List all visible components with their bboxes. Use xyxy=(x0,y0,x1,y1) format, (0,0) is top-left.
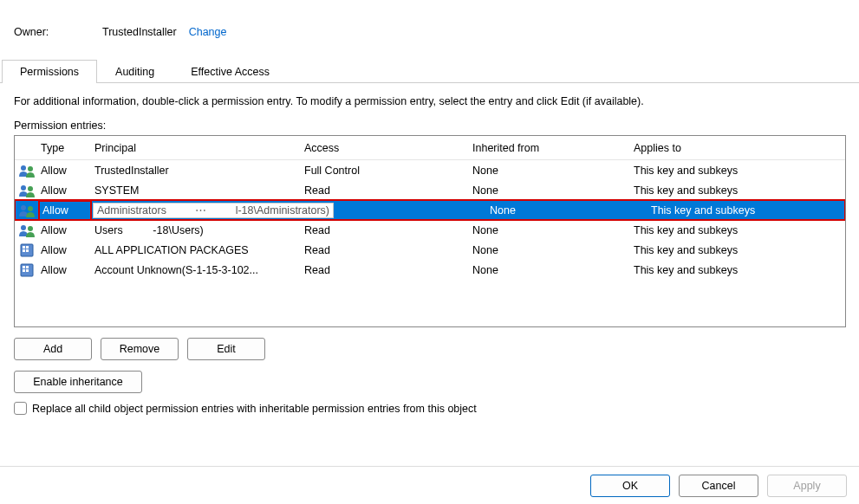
tabs: Permissions Auditing Effective Access xyxy=(0,59,859,83)
table-row[interactable]: Allow SYSTEM Read None This key and subk… xyxy=(15,180,845,200)
add-button[interactable]: Add xyxy=(14,338,92,360)
cell-type: Allow xyxy=(39,184,93,197)
table-row[interactable]: Allow Account Unknown(S-1-15-3-102... Re… xyxy=(15,260,845,280)
app-package-icon xyxy=(15,243,39,257)
cell-inherited: None xyxy=(471,224,632,236)
table-row-selected[interactable]: Allow Administrators ⋯ l-18\Administrato… xyxy=(15,200,845,220)
dialog-footer: OK Cancel Apply xyxy=(0,466,859,504)
table-row[interactable]: Allow Users -18\Users) Read None This ke… xyxy=(15,220,845,240)
col-type[interactable]: Type xyxy=(39,142,93,154)
cell-inherited: None xyxy=(471,264,632,276)
permission-entries-table: Type Principal Access Inherited from App… xyxy=(14,135,846,327)
table-header-row: Type Principal Access Inherited from App… xyxy=(15,136,845,160)
col-principal[interactable]: Principal xyxy=(93,142,303,154)
cell-type: Allow xyxy=(39,165,93,177)
entries-label: Permission entries: xyxy=(14,120,845,132)
cell-type: Allow xyxy=(39,201,91,220)
replace-child-label: Replace all child object permission entr… xyxy=(32,403,477,415)
cell-applies: This key and subkeys xyxy=(632,184,845,197)
table-row[interactable]: Allow ALL APPLICATION PACKAGES Read None… xyxy=(15,240,845,260)
info-text: For additional information, double-click… xyxy=(14,95,845,107)
cell-principal-editor[interactable]: Administrators ⋯ l-18\Administrators) xyxy=(93,203,334,218)
ellipsis-icon: ⋯ xyxy=(166,204,236,216)
cell-type: Allow xyxy=(39,224,93,236)
edit-button[interactable]: Edit xyxy=(187,338,265,360)
cancel-button[interactable]: Cancel xyxy=(679,475,758,497)
cell-inherited: None xyxy=(488,204,649,216)
cell-principal: ALL APPLICATION PACKAGES xyxy=(93,244,303,256)
cell-access: Full Control xyxy=(303,165,471,177)
owner-value: TrustedInstaller xyxy=(102,26,177,38)
app-package-icon xyxy=(15,263,39,277)
col-inherited[interactable]: Inherited from xyxy=(471,142,632,154)
cell-access: Read xyxy=(303,244,471,256)
cell-applies: This key and subkeys xyxy=(632,165,845,177)
remove-button[interactable]: Remove xyxy=(101,338,179,360)
users-icon xyxy=(15,223,39,237)
cell-inherited: None xyxy=(471,165,632,177)
col-access[interactable]: Access xyxy=(303,142,471,154)
principal-left: Administrators xyxy=(97,204,166,216)
cell-inherited: None xyxy=(471,244,632,256)
cell-principal: Account Unknown(S-1-15-3-102... xyxy=(93,264,303,276)
tab-auditing[interactable]: Auditing xyxy=(97,60,172,83)
enable-inheritance-button[interactable]: Enable inheritance xyxy=(14,371,142,393)
cell-applies: This key and subkeys xyxy=(632,264,845,276)
users-icon xyxy=(15,184,39,197)
users-icon xyxy=(15,204,39,217)
cell-type: Allow xyxy=(39,244,93,256)
owner-label: Owner: xyxy=(14,26,102,38)
cell-applies: This key and subkeys xyxy=(649,204,845,216)
cell-principal: Users -18\Users) xyxy=(93,224,303,236)
cell-type: Allow xyxy=(39,264,93,276)
principal-right: l-18\Administrators) xyxy=(236,204,329,216)
col-applies[interactable]: Applies to xyxy=(632,142,845,154)
cell-access: Read xyxy=(303,224,471,236)
table-row[interactable]: Allow TrustedInstaller Full Control None… xyxy=(15,160,845,180)
tab-effective-access[interactable]: Effective Access xyxy=(172,60,288,83)
cell-applies: This key and subkeys xyxy=(632,244,845,256)
users-icon xyxy=(15,164,39,178)
cell-principal: TrustedInstaller xyxy=(93,165,303,177)
tab-permissions[interactable]: Permissions xyxy=(2,60,97,83)
cell-access: Read xyxy=(303,264,471,276)
cell-access: Read xyxy=(303,184,471,197)
cell-principal: SYSTEM xyxy=(93,184,303,197)
cell-inherited: None xyxy=(471,184,632,197)
replace-child-checkbox[interactable] xyxy=(14,402,27,415)
apply-button: Apply xyxy=(767,475,847,497)
ok-button[interactable]: OK xyxy=(590,475,670,497)
owner-change-link[interactable]: Change xyxy=(189,26,227,38)
cell-applies: This key and subkeys xyxy=(632,224,845,236)
